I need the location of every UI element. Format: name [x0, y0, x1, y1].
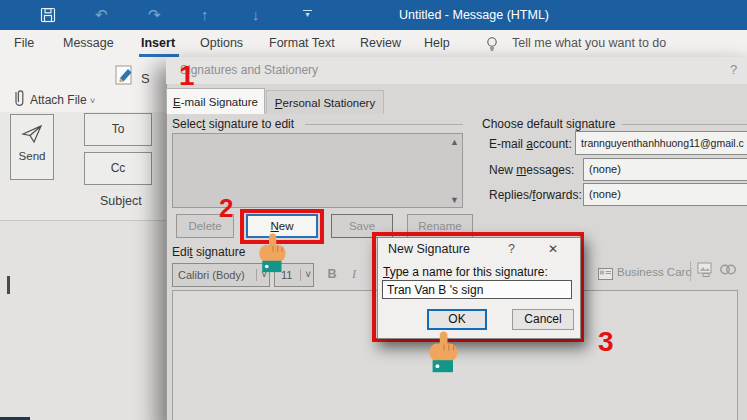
customize-qat-icon[interactable]: ▾ — [303, 10, 312, 19]
cc-button[interactable]: Cc — [84, 152, 152, 185]
toolbar-separator — [690, 261, 691, 281]
new-messages-select[interactable]: (none) — [583, 158, 747, 181]
scroll-down-icon[interactable]: ▼ — [450, 196, 459, 205]
bold-button[interactable]: B — [324, 267, 340, 281]
text-cursor — [7, 276, 10, 294]
new-messages-label: New messages: — [489, 163, 574, 177]
business-card-icon — [598, 266, 613, 284]
email-account-select[interactable]: trannguyenthanhhuong11@gmail.c — [575, 131, 747, 155]
send-label: Send — [11, 150, 53, 162]
select-signature-label: Select signature to edit — [172, 117, 294, 131]
attach-file-button[interactable]: Attach File ˅ — [30, 93, 95, 107]
signature-name-input[interactable]: Tran Van B 's sign — [382, 280, 572, 299]
business-card-button[interactable]: Business Card — [617, 266, 692, 278]
choose-default-label: Choose default signature — [482, 117, 615, 131]
tell-me-box[interactable]: Tell me what you want to do — [512, 36, 666, 50]
annotation-step-3: 3 — [598, 326, 614, 358]
window-title: Untitled - Message (HTML) — [399, 0, 549, 30]
tab-format-text[interactable]: Format Text — [269, 36, 335, 50]
italic-button[interactable]: I — [347, 267, 361, 282]
cancel-button[interactable]: Cancel — [512, 309, 574, 330]
to-button[interactable]: To — [84, 113, 152, 146]
group-line — [622, 124, 747, 125]
send-button[interactable]: Send — [10, 114, 54, 180]
annotation-step-1: 1 — [179, 60, 195, 92]
close-icon[interactable]: ✕ — [548, 242, 558, 256]
signature-name-prompt: Type a name for this signature: — [383, 265, 548, 279]
chevron-down-icon: ˅ — [90, 96, 95, 106]
signature-button-icon[interactable] — [114, 63, 136, 92]
new-signature-dialog-title: New Signature — [388, 242, 470, 256]
tab-personal-stationery[interactable]: Personal Stationery — [266, 90, 384, 114]
hand-cursor-icon — [256, 233, 290, 279]
tab-insert[interactable]: Insert — [141, 36, 175, 50]
insert-picture-icon[interactable] — [697, 261, 714, 282]
email-account-label: E-mail account: — [489, 137, 572, 151]
title-bar — [0, 0, 747, 30]
help-icon[interactable]: ? — [508, 242, 515, 256]
scroll-up-icon[interactable]: ▲ — [450, 138, 459, 147]
dialog-help-icon[interactable]: ? — [730, 62, 737, 77]
move-up-icon[interactable]: ↑ — [201, 0, 209, 30]
outlook-window: ↶ ↷ ↑ ↓ ▾ Untitled - Message (HTML) File… — [0, 0, 747, 420]
compose-divider — [0, 220, 166, 221]
replies-forwards-select[interactable]: (none) — [583, 183, 747, 206]
ok-button[interactable]: OK — [427, 309, 487, 330]
tab-options[interactable]: Options — [200, 36, 243, 50]
hyperlink-icon[interactable] — [719, 262, 737, 281]
tab-review[interactable]: Review — [360, 36, 401, 50]
signature-button-partial-label[interactable]: S — [141, 71, 150, 86]
signatures-dialog-title: Signatures and Stationery — [180, 63, 318, 77]
redo-icon[interactable]: ↷ — [148, 0, 161, 30]
annotation-step-2: 2 — [219, 193, 233, 224]
replies-forwards-label: Replies/forwards: — [489, 188, 582, 202]
hand-cursor-icon — [426, 331, 462, 379]
undo-icon[interactable]: ↶ — [95, 0, 108, 30]
tab-help[interactable]: Help — [424, 36, 450, 50]
signature-list[interactable] — [172, 133, 463, 208]
lightbulb-icon — [485, 36, 499, 56]
group-line — [305, 124, 463, 125]
paperclip-icon — [12, 88, 26, 112]
subject-label: Subject — [100, 194, 142, 208]
edit-signature-label: Edit signature — [172, 245, 245, 259]
tab-file[interactable]: File — [14, 36, 34, 50]
move-down-icon[interactable]: ↓ — [252, 0, 260, 30]
save-icon[interactable] — [40, 7, 56, 27]
chevron-down-icon: ˅ — [300, 269, 311, 281]
tab-message[interactable]: Message — [63, 36, 114, 50]
